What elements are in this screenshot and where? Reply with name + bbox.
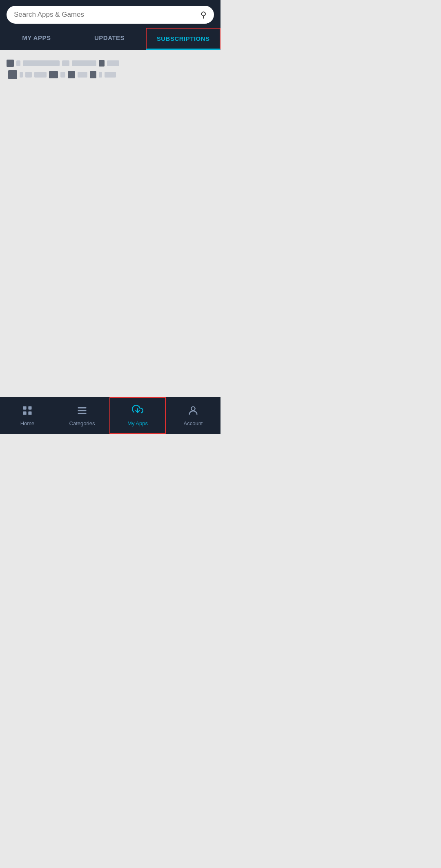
tab-bar: MY APPS UPDATES SUBSCRIPTIONS: [0, 28, 220, 50]
svg-rect-6: [78, 413, 87, 414]
categories-icon: [76, 405, 88, 418]
nav-item-categories[interactable]: Categories: [55, 397, 109, 434]
nav-label-home: Home: [20, 420, 35, 426]
nav-label-account: Account: [184, 420, 203, 426]
nav-item-my-apps[interactable]: My Apps: [109, 397, 166, 434]
content-area: [0, 50, 220, 397]
account-icon: [187, 405, 199, 418]
nav-label-categories: Categories: [69, 420, 95, 426]
nav-label-my-apps: My Apps: [127, 420, 148, 426]
svg-rect-4: [78, 407, 87, 408]
svg-rect-5: [78, 410, 87, 411]
svg-rect-3: [28, 411, 31, 415]
tab-updates[interactable]: UPDATES: [73, 28, 146, 50]
redacted-content: [7, 60, 214, 79]
home-icon: [22, 405, 33, 418]
svg-point-7: [191, 406, 195, 410]
nav-item-account[interactable]: Account: [166, 397, 220, 434]
search-input[interactable]: [14, 11, 200, 19]
svg-rect-1: [28, 406, 31, 409]
svg-rect-0: [23, 406, 27, 409]
cloud-download-icon: [132, 405, 143, 418]
header: ⚲: [0, 0, 220, 28]
tab-my-apps[interactable]: MY APPS: [0, 28, 73, 50]
search-icon: ⚲: [200, 10, 207, 20]
search-bar[interactable]: ⚲: [7, 6, 214, 24]
nav-item-home[interactable]: Home: [0, 397, 55, 434]
tab-subscriptions[interactable]: SUBSCRIPTIONS: [146, 28, 220, 50]
svg-rect-2: [23, 411, 27, 415]
bottom-nav: Home Categories My Apps: [0, 397, 220, 434]
